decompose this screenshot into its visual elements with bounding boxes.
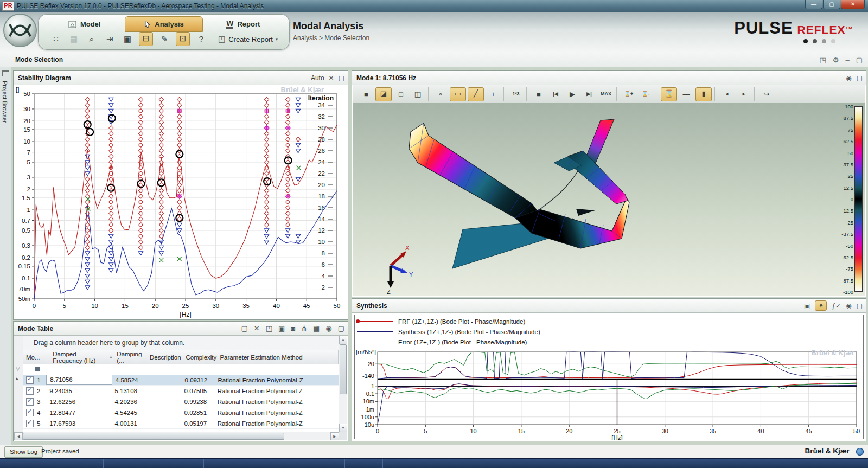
project-browser-strip[interactable]: Project Browser [0, 67, 11, 445]
maximize-panel-icon[interactable]: ▢ [338, 324, 344, 332]
mode-sheet-icon[interactable]: ▦ [313, 324, 320, 332]
maximize-panel-icon[interactable]: ▢ [339, 74, 344, 82]
hierarchy-icon[interactable]: ⊟ [139, 32, 153, 46]
auto-scale-label[interactable]: Auto [311, 74, 324, 82]
column-header-1[interactable]: Damped Frequency (Hz)▲ [49, 350, 113, 364]
mode-checkbox[interactable] [26, 409, 34, 416]
decrease-deflection-button[interactable]: ⌛- [638, 88, 653, 101]
save-modes-icon[interactable]: ▣ [278, 324, 285, 332]
display-icon[interactable]: ⊡ [176, 32, 190, 46]
table-row[interactable]: 29.240355.131080.07505Rational Fraction … [23, 386, 339, 396]
mode-checkbox[interactable] [26, 387, 34, 395]
project-browser-label[interactable]: Project Browser [2, 81, 8, 123]
deformation-axes-button[interactable]: + [486, 88, 501, 101]
select-all-checkbox[interactable] [34, 366, 41, 373]
function-check-icon[interactable]: ƒ✓ [832, 302, 841, 310]
synthesis-plot-area[interactable]: FRF (1Z+,1Z-) (Bode Plot - Phase/Magnitu… [354, 315, 864, 439]
table-row[interactable]: 18.710564.585240.09312Rational Fraction … [23, 375, 339, 386]
scroll-down-button[interactable]: ▼ [339, 424, 347, 432]
maximize-panel-icon[interactable]: ▢ [857, 74, 863, 82]
frequency-cell[interactable]: 8.71056 [46, 375, 112, 385]
synthesis-chart[interactable]: 20-14010.110m1m100u10u051015202530354045… [355, 348, 863, 440]
filter-icon[interactable]: ▽ [16, 366, 20, 371]
table-row[interactable]: 412.804774.542450.02851Rational Fraction… [23, 407, 339, 418]
table-vertical-scrollbar[interactable]: ▲ ▼ [339, 336, 347, 432]
view-options-icon[interactable]: ◉ [846, 74, 851, 82]
play-animation-button[interactable]: ▶ [565, 88, 580, 101]
image-viewer-icon[interactable]: ▣ [121, 33, 134, 46]
save-image-icon[interactable]: ▣ [804, 302, 810, 310]
create-report-button[interactable]: ◳Create Report▾ [218, 34, 278, 44]
column-header-5[interactable]: Parameter Estimation Method [216, 350, 339, 364]
restore-window-button[interactable]: ▢ [823, 0, 840, 9]
display-lines-button[interactable]: ╱ [468, 87, 484, 101]
pulse-logo-icon[interactable] [3, 14, 37, 47]
close-window-button[interactable]: ✕ [841, 0, 865, 9]
mode-checkbox[interactable] [26, 376, 34, 384]
search-icon[interactable]: ⌕ [85, 33, 98, 46]
node-path-button[interactable]: ↪ [759, 88, 774, 101]
help-icon[interactable]: ? [195, 33, 208, 46]
scroll-up-button[interactable]: ▲ [339, 336, 347, 344]
export-modes-icon[interactable]: ◳ [266, 324, 272, 332]
stop-animation-button[interactable]: ■ [531, 88, 546, 101]
scroll-left-button[interactable]: ◀ [14, 432, 23, 440]
scroll-thumb[interactable] [340, 344, 347, 394]
frequency-cell[interactable]: 12.80477 [46, 409, 111, 416]
scroll-thumb[interactable] [23, 433, 284, 440]
frequency-cell[interactable]: 17.67593 [46, 420, 111, 427]
max-deflection-button[interactable]: MAX [598, 88, 614, 101]
geometry-tool-icon[interactable]: ⋔ [301, 324, 307, 332]
mode-checkbox[interactable] [26, 420, 34, 427]
table-row[interactable]: 517.675934.001310.05197Rational Fraction… [23, 418, 339, 429]
mode-checkbox[interactable] [26, 398, 34, 406]
view-shaded-button[interactable]: ◪ [375, 87, 392, 101]
increase-deflection-button[interactable]: ⌛+ [621, 88, 636, 101]
display-points-button[interactable]: ∘ [433, 88, 448, 101]
frequency-cell[interactable]: 12.62256 [46, 399, 111, 405]
group-by-bar[interactable]: Drag a column header here to group by th… [23, 336, 339, 351]
next-mode-button[interactable]: ▸ [736, 88, 751, 101]
maximize-panel-icon[interactable]: ▢ [856, 56, 863, 64]
legend-item[interactable]: Error (1Z+,1Z-) (Bode Plot - Phase/Magni… [357, 337, 540, 347]
view-options-icon[interactable]: ◉ [326, 324, 331, 332]
geometry-viewport[interactable]: X Y Z 10087.57562.55037.52512.50-12.5-25… [353, 103, 865, 296]
tab-report[interactable]: WReport [205, 16, 282, 32]
maximize-panel-icon[interactable]: ▢ [857, 302, 863, 310]
lock-modes-icon[interactable]: ◙ [291, 324, 295, 332]
view-hidden-line-button[interactable]: ◫ [410, 88, 425, 101]
previous-mode-button[interactable]: ◂ [719, 88, 735, 101]
e-annotation-icon[interactable]: e [815, 300, 827, 311]
new-document-icon[interactable]: ▢ [241, 324, 248, 332]
stability-chart[interactable]: 503020151075321.510.70.50.30.20.150.170m… [14, 85, 347, 319]
frequency-cell[interactable]: 9.24035 [46, 388, 111, 394]
node-numbers-button[interactable]: 1²3 [508, 88, 524, 101]
column-header-2[interactable]: Damping (... [113, 350, 146, 364]
view-solid-button[interactable]: ■ [359, 88, 374, 101]
import-icon[interactable]: ⇥ [103, 33, 116, 46]
view-options-icon[interactable]: ◉ [846, 302, 851, 310]
layout-grid-icon[interactable]: ∷ [49, 33, 62, 46]
undeformed-line-button[interactable]: — [679, 88, 694, 101]
show-log-button[interactable]: Show Log [4, 446, 43, 458]
float-panel-icon[interactable] [2, 70, 9, 76]
table-row[interactable]: 312.622564.202360.99238Rational Fraction… [23, 396, 339, 407]
filter-row[interactable] [23, 364, 339, 375]
contour-cylinder-button[interactable]: ▮ [695, 87, 712, 101]
scroll-right-button[interactable]: ▶ [330, 432, 339, 440]
settings-wrench-icon[interactable]: ⚙ [833, 56, 839, 64]
animate-toggle-button[interactable]: ⌛ [661, 87, 677, 101]
legend-item[interactable]: FRF (1Z+,1Z-) (Bode Plot - Phase/Magnitu… [357, 316, 540, 326]
first-frame-button[interactable]: |◀ [548, 88, 563, 101]
last-frame-button[interactable]: ▶| [582, 88, 597, 101]
tab-model[interactable]: Model [46, 16, 123, 32]
undock-view-icon[interactable]: ◳ [820, 56, 826, 64]
display-surface-button[interactable]: ▭ [450, 87, 466, 101]
close-panel-icon[interactable]: ✕ [329, 74, 334, 82]
column-header-0[interactable]: Mo... [23, 350, 49, 364]
table-horizontal-scrollbar[interactable]: ◀ ▶ [14, 432, 339, 440]
column-header-3[interactable]: Description [146, 350, 182, 364]
legend-item[interactable]: Synthesis (1Z+,1Z-) (Bode Plot - Phase/M… [357, 326, 540, 337]
edit-pencil-icon[interactable]: ✎ [158, 33, 171, 46]
minimize-panel-icon[interactable]: – [845, 56, 849, 64]
